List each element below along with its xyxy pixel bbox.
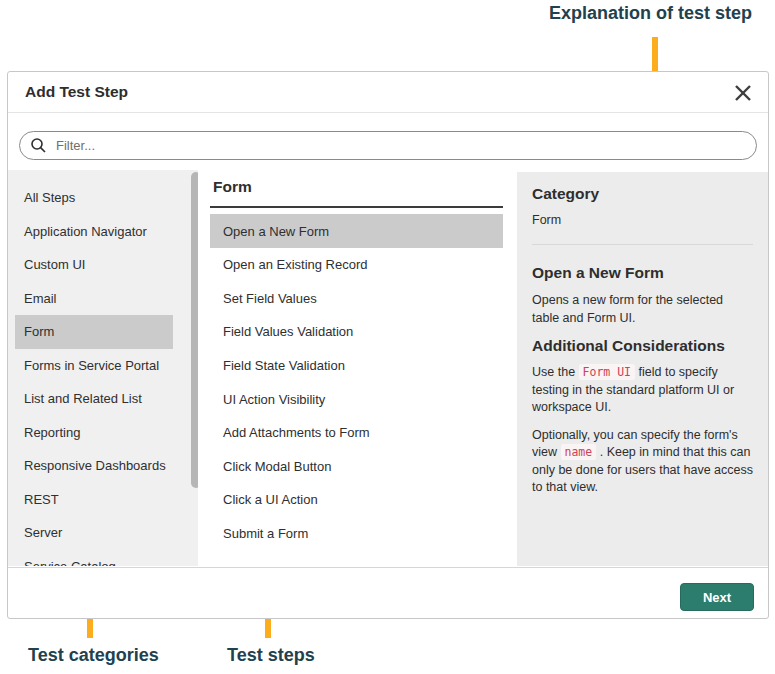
category-item-list-and-related-list[interactable]: List and Related List [15, 382, 173, 416]
category-item-reporting[interactable]: Reporting [15, 416, 173, 450]
step-list-column: Form Open a New Form Open an Existing Re… [210, 170, 503, 566]
step-item-click-modal-button[interactable]: Click Modal Button [210, 450, 503, 484]
categories-annotation-label: Test categories [28, 645, 159, 666]
detail-p1-pre: Use the [532, 365, 575, 379]
dialog-header: Add Test Step [8, 72, 768, 113]
step-detail-panel: Category Form Open a New Form Opens a ne… [517, 172, 768, 566]
category-list: All Steps Application Navigator Custom U… [8, 170, 198, 566]
dialog-footer: Next [8, 567, 768, 618]
sidebar-scrollbar-thumb[interactable] [191, 172, 198, 488]
category-item-form[interactable]: Form [15, 315, 173, 349]
dialog-title: Add Test Step [25, 83, 128, 101]
filter-bar [19, 131, 757, 160]
detail-considerations-title: Additional Considerations [532, 337, 753, 355]
close-button[interactable] [730, 80, 756, 106]
filter-input[interactable] [19, 131, 757, 160]
detail-paragraph-view-name: Optionally, you can specify the form's v… [532, 427, 753, 497]
view-name-code: name [561, 444, 597, 460]
category-item-server[interactable]: Server [15, 516, 173, 550]
step-item-set-field-values[interactable]: Set Field Values [210, 282, 503, 316]
close-icon [733, 83, 753, 103]
step-item-submit-a-form[interactable]: Submit a Form [210, 517, 503, 551]
dialog-content: All Steps Application Navigator Custom U… [8, 170, 768, 566]
category-item-application-navigator[interactable]: Application Navigator [15, 215, 173, 249]
step-list-header: Form [210, 170, 503, 208]
step-item-field-state-validation[interactable]: Field State Validation [210, 349, 503, 383]
next-button[interactable]: Next [680, 583, 754, 611]
category-item-rest[interactable]: REST [15, 483, 173, 517]
add-test-step-dialog: Add Test Step All Steps Application Navi… [7, 71, 769, 619]
detail-step-title: Open a New Form [532, 264, 753, 282]
category-item-forms-in-service-portal[interactable]: Forms in Service Portal [15, 349, 173, 383]
step-item-click-a-ui-action[interactable]: Click a UI Action [210, 483, 503, 517]
detail-divider [532, 244, 753, 245]
step-item-open-a-new-form[interactable]: Open a New Form [210, 214, 503, 248]
step-item-open-an-existing-record[interactable]: Open an Existing Record [210, 248, 503, 282]
steps-annotation-label: Test steps [227, 645, 315, 666]
step-item-add-attachments-to-form[interactable]: Add Attachments to Form [210, 416, 503, 450]
detail-category-value: Form [532, 213, 753, 227]
category-item-service-catalog[interactable]: Service Catalog [15, 550, 173, 567]
step-item-field-values-validation[interactable]: Field Values Validation [210, 315, 503, 349]
category-item-all-steps[interactable]: All Steps [15, 181, 173, 215]
step-item-ui-action-visibility[interactable]: UI Action Visibility [210, 382, 503, 416]
step-list: Open a New Form Open an Existing Record … [210, 214, 503, 550]
form-ui-code: Form UI [579, 364, 635, 380]
explanation-annotation-label: Explanation of test step [549, 3, 752, 24]
detail-paragraph-form-ui: Use the Form UI field to specify testing… [532, 364, 753, 417]
category-item-responsive-dashboards[interactable]: Responsive Dashboards [15, 449, 173, 483]
detail-category-label: Category [532, 185, 753, 203]
category-item-email[interactable]: Email [15, 282, 173, 316]
detail-description: Opens a new form for the selected table … [532, 292, 753, 327]
category-item-custom-ui[interactable]: Custom UI [15, 248, 173, 282]
